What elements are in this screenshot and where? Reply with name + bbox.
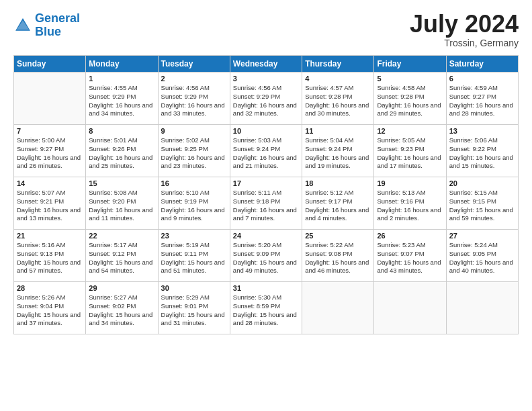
calendar-cell: 22Sunrise: 5:17 AMSunset: 9:12 PMDayligh…: [86, 230, 158, 282]
daylight-line2: and 25 minutes.: [89, 162, 154, 171]
cell-info: Sunrise: 5:00 AM: [17, 136, 83, 145]
daylight-line1: Daylight: 16 hours and: [89, 101, 154, 110]
cell-info: Sunset: 9:23 PM: [377, 145, 443, 154]
cell-info: Sunset: 9:17 PM: [305, 197, 371, 206]
cell-info: Sunrise: 4:56 AM: [161, 84, 227, 93]
page: General Blue July 2024 Trossin, Germany …: [0, 0, 532, 411]
calendar-cell: 30Sunrise: 5:29 AMSunset: 9:01 PMDayligh…: [158, 282, 230, 334]
day-number: 18: [305, 179, 371, 187]
day-header-sunday: Sunday: [14, 56, 86, 73]
cell-info: Sunset: 9:15 PM: [449, 197, 515, 206]
daylight-line2: and 9 minutes.: [161, 214, 227, 223]
day-number: 1: [89, 75, 154, 83]
daylight-line1: Daylight: 15 hours and: [17, 259, 83, 267]
day-number: 29: [89, 284, 154, 292]
cell-info: Sunrise: 5:23 AM: [377, 241, 443, 250]
cell-info: Sunset: 9:11 PM: [161, 250, 227, 259]
daylight-line1: Daylight: 15 hours and: [449, 206, 515, 215]
cell-info: Sunset: 9:02 PM: [89, 302, 154, 311]
calendar-cell: 26Sunrise: 5:23 AMSunset: 9:07 PMDayligh…: [374, 230, 446, 282]
daylight-line1: Daylight: 15 hours and: [161, 311, 227, 320]
daylight-line1: Daylight: 16 hours and: [305, 154, 371, 163]
calendar-cell: 28Sunrise: 5:26 AMSunset: 9:04 PMDayligh…: [14, 282, 86, 334]
daylight-line2: and 57 minutes.: [17, 267, 83, 275]
cell-info: Sunset: 9:07 PM: [377, 250, 443, 259]
daylight-line2: and 11 minutes.: [89, 214, 154, 223]
day-number: 20: [449, 179, 515, 187]
daylight-line2: and 29 minutes.: [377, 109, 443, 118]
daylight-line1: Daylight: 15 hours and: [89, 311, 154, 320]
daylight-line1: Daylight: 16 hours and: [161, 101, 227, 110]
day-header-monday: Monday: [86, 56, 158, 73]
title-block: July 2024 Trossin, Germany: [410, 12, 519, 48]
daylight-line1: Daylight: 16 hours and: [377, 154, 443, 163]
day-header-wednesday: Wednesday: [230, 56, 302, 73]
cell-info: Sunrise: 4:59 AM: [449, 84, 515, 93]
cell-info: Sunset: 9:26 PM: [89, 145, 154, 154]
cell-info: Sunrise: 4:58 AM: [377, 84, 443, 93]
day-number: 21: [17, 232, 83, 240]
month-year: July 2024: [410, 12, 519, 36]
cell-info: Sunrise: 5:13 AM: [377, 189, 443, 197]
cell-info: Sunrise: 5:02 AM: [161, 136, 227, 145]
logo: General Blue: [13, 12, 80, 39]
calendar-cell: 5Sunrise: 4:58 AMSunset: 9:28 PMDaylight…: [374, 73, 446, 125]
cell-info: Sunset: 9:27 PM: [17, 145, 83, 154]
calendar-cell: 15Sunrise: 5:08 AMSunset: 9:20 PMDayligh…: [86, 177, 158, 230]
calendar-cell: 2Sunrise: 4:56 AMSunset: 9:29 PMDaylight…: [158, 73, 230, 125]
daylight-line1: Daylight: 15 hours and: [377, 259, 443, 267]
calendar-cell: [374, 282, 446, 334]
daylight-line2: and 59 minutes.: [449, 214, 515, 223]
cell-info: Sunset: 9:29 PM: [89, 93, 154, 101]
week-row-4: 28Sunrise: 5:26 AMSunset: 9:04 PMDayligh…: [14, 282, 519, 334]
calendar-cell: 1Sunrise: 4:55 AMSunset: 9:29 PMDaylight…: [86, 73, 158, 125]
cell-info: Sunset: 9:20 PM: [89, 197, 154, 206]
calendar-cell: 25Sunrise: 5:22 AMSunset: 9:08 PMDayligh…: [302, 230, 374, 282]
cell-info: Sunset: 9:13 PM: [17, 250, 83, 259]
daylight-line1: Daylight: 15 hours and: [161, 259, 227, 267]
calendar-cell: 12Sunrise: 5:05 AMSunset: 9:23 PMDayligh…: [374, 125, 446, 177]
calendar-cell: 27Sunrise: 5:24 AMSunset: 9:05 PMDayligh…: [446, 230, 518, 282]
cell-info: Sunrise: 5:08 AM: [89, 189, 154, 197]
calendar-cell: 18Sunrise: 5:12 AMSunset: 9:17 PMDayligh…: [302, 177, 374, 230]
daylight-line1: Daylight: 15 hours and: [233, 259, 299, 267]
cell-info: Sunrise: 4:55 AM: [89, 84, 154, 93]
week-row-2: 14Sunrise: 5:07 AMSunset: 9:21 PMDayligh…: [14, 177, 519, 230]
cell-info: Sunrise: 5:30 AM: [233, 293, 299, 302]
calendar: SundayMondayTuesdayWednesdayThursdayFrid…: [13, 55, 519, 334]
cell-info: Sunset: 9:24 PM: [305, 145, 371, 154]
cell-info: Sunrise: 5:26 AM: [17, 293, 83, 302]
cell-info: Sunrise: 5:01 AM: [89, 136, 154, 145]
calendar-cell: 24Sunrise: 5:20 AMSunset: 9:09 PMDayligh…: [230, 230, 302, 282]
calendar-cell: 3Sunrise: 4:56 AMSunset: 9:29 PMDaylight…: [230, 73, 302, 125]
day-number: 25: [305, 232, 371, 240]
cell-info: Sunset: 9:01 PM: [161, 302, 227, 311]
calendar-cell: 4Sunrise: 4:57 AMSunset: 9:28 PMDaylight…: [302, 73, 374, 125]
cell-info: Sunrise: 5:04 AM: [305, 136, 371, 145]
calendar-cell: 10Sunrise: 5:03 AMSunset: 9:24 PMDayligh…: [230, 125, 302, 177]
logo-line1: General: [35, 11, 80, 25]
daylight-line1: Daylight: 16 hours and: [17, 154, 83, 163]
daylight-line2: and 7 minutes.: [233, 214, 299, 223]
cell-info: Sunrise: 5:17 AM: [89, 241, 154, 250]
daylight-line2: and 28 minutes.: [449, 109, 515, 118]
daylight-line2: and 2 minutes.: [377, 214, 443, 223]
cell-info: Sunset: 9:22 PM: [449, 145, 515, 154]
cell-info: Sunset: 9:29 PM: [161, 93, 227, 101]
calendar-cell: 14Sunrise: 5:07 AMSunset: 9:21 PMDayligh…: [14, 177, 86, 230]
cell-info: Sunrise: 5:11 AM: [233, 189, 299, 197]
cell-info: Sunset: 9:12 PM: [89, 250, 154, 259]
cell-info: Sunrise: 5:03 AM: [233, 136, 299, 145]
day-number: 9: [161, 127, 227, 135]
day-number: 6: [449, 75, 515, 83]
day-header-tuesday: Tuesday: [158, 56, 230, 73]
cell-info: Sunset: 9:25 PM: [161, 145, 227, 154]
daylight-line2: and 28 minutes.: [233, 319, 299, 328]
cell-info: Sunset: 9:19 PM: [161, 197, 227, 206]
cell-info: Sunrise: 5:27 AM: [89, 293, 154, 302]
calendar-cell: 17Sunrise: 5:11 AMSunset: 9:18 PMDayligh…: [230, 177, 302, 230]
daylight-line1: Daylight: 16 hours and: [305, 206, 371, 215]
daylight-line2: and 37 minutes.: [17, 319, 83, 328]
cell-info: Sunset: 9:28 PM: [377, 93, 443, 101]
daylight-line2: and 33 minutes.: [161, 109, 227, 118]
